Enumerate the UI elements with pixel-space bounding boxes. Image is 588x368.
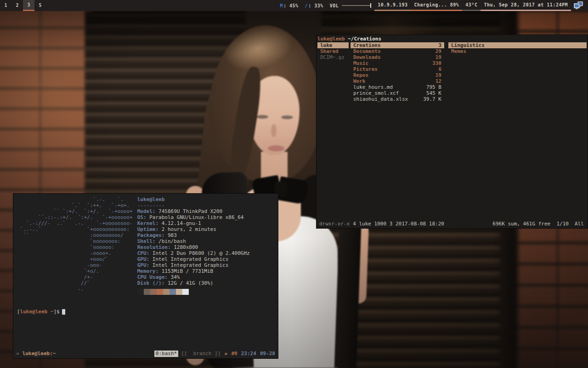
workspace-tag-2[interactable]: 2 [11, 0, 23, 11]
terminal-color-palette [137, 289, 250, 295]
file-row[interactable]: Downloads19 [351, 54, 444, 60]
tmux-left: »luke@leeb:~ [16, 351, 56, 357]
tmux-status-bar: »luke@leeb:~ 0:bash* [[ branch ]] » #0 2… [16, 351, 275, 357]
fetch-field: Resolution: 588x368 [137, 244, 250, 250]
file-size-or-count: 6 [438, 66, 441, 72]
file-size-or-count: 29 [435, 48, 441, 54]
volume-status: VOL [327, 0, 375, 11]
neofetch-separator: --------- [137, 202, 250, 208]
battery-value: Charging... 89% [414, 2, 459, 7]
ranger-status-bar: drwxr-xr-x4 luke 1000 3 2017-08-08 18:20… [319, 221, 584, 227]
volume-slider-handle[interactable] [370, 3, 371, 8]
preview-dir-item[interactable]: Memes [448, 48, 587, 54]
network-computers-icon[interactable] [574, 1, 583, 10]
file-size-or-count: 39.7 K [423, 96, 441, 102]
palette-swatch [144, 289, 150, 295]
file-owner-date: 4 luke 1000 3 2017-08-08 18:20 [353, 221, 444, 227]
file-row[interactable]: Pictures6 [351, 66, 444, 72]
workspace-tag-1[interactable]: 1 [0, 0, 11, 11]
temperature-status: 43°C [462, 0, 481, 11]
tmux-clock: 23:24 [241, 351, 256, 357]
neofetch-output: `.-. `. `.` `:++. `-+o+. `` `:+/. `:+/. … [13, 194, 278, 295]
file-row[interactable]: prince_smol.xcf545 K [351, 90, 444, 96]
file-size-or-count: 330 [432, 60, 441, 66]
file-size-or-count: 19 [435, 72, 441, 78]
disk-icon: / [305, 3, 308, 8]
ranger-preview-column: LinguisticsMemes [448, 42, 587, 54]
file-size-or-count: 3 [438, 42, 441, 48]
volume-slider[interactable] [342, 3, 371, 8]
file-name: Work [353, 78, 366, 84]
neofetch-fields: Model: 745869U ThinkPad X200OS: Parabola… [137, 208, 250, 286]
parent-dir-item[interactable]: Shared [317, 48, 349, 54]
ranger-status-right: 696K sum, 461G free 1/10 All [492, 221, 584, 227]
file-row[interactable]: luke_hours.md795 B [351, 84, 444, 90]
fetch-field: Uptime: 2 hours, 2 minutes [137, 226, 250, 232]
ranger-status-left: drwxr-xr-x4 luke 1000 3 2017-08-08 18:20 [319, 221, 444, 227]
neofetch-ascii: `.-. `. `.` `:++. `-+o+. `` `:+/. `:+/. … [17, 196, 133, 295]
disk-value: : 33% [308, 3, 323, 8]
memory-value: : 45% [283, 3, 299, 8]
file-row[interactable]: Music330 [351, 60, 444, 66]
file-row[interactable]: Creations3 [351, 42, 444, 48]
memory-status: M: 45% [277, 0, 301, 11]
neofetch-user-host: luke@leeb [137, 196, 250, 202]
file-name: Repos [353, 72, 368, 78]
file-row[interactable]: shiaohui_data.xlsx39.7 K [351, 96, 444, 102]
preview-dir-item[interactable]: Linguistics [448, 42, 587, 48]
terminal-cursor[interactable] [62, 309, 65, 315]
fetch-field: GPU: Intel Integrated Graphics [137, 256, 250, 262]
system-tray [571, 0, 586, 11]
shell-prompt[interactable]: [luke@leeb ~]$ [17, 309, 278, 315]
tmux-right: 0:bash* [[ branch ]] » #0 23:24 09-28 [154, 351, 275, 357]
parent-dir-item[interactable]: DCIM~.gz [317, 54, 349, 60]
workspace-tag-3[interactable]: 3 [23, 0, 34, 11]
prompt-bracket-open: [ [17, 309, 20, 315]
file-name: prince_smol.xcf [353, 90, 399, 96]
file-size-or-count: 12 [435, 78, 441, 84]
prompt-path: ~ [47, 309, 53, 315]
status-modules: M: 45% /: 33% VOL 10.9.9.193 Charging...… [277, 0, 586, 11]
fetch-field: CPU: Intel 2 Duo P8600 (2) @ 2.400GHz [137, 250, 250, 256]
palette-swatch [137, 289, 144, 295]
palette-swatch [182, 289, 189, 295]
ranger-main-column: Creations3Documents29Downloads19Music330… [351, 42, 444, 102]
fetch-field: CPU Usage: 34% [137, 274, 250, 280]
parent-dir-item[interactable]: luke [317, 42, 349, 48]
file-size-or-count: 19 [435, 54, 441, 60]
fetch-field: GPU: Intel Integrated Graphics [137, 262, 250, 268]
file-row[interactable]: Work12 [351, 78, 444, 84]
tmux-git-branch: [[ branch ]] [181, 351, 220, 357]
workspace-list: 1235 [0, 0, 46, 11]
workspace-tag-5[interactable]: 5 [34, 0, 46, 11]
tmux-date: 09-28 [260, 351, 275, 357]
file-row[interactable]: Documents29 [351, 48, 444, 54]
file-size-or-count: 795 B [426, 84, 441, 90]
datetime-value: Thu, Sep 28, 2017 at 11:24PM [484, 2, 568, 7]
datetime-status: Thu, Sep 28, 2017 at 11:24PM [481, 0, 571, 11]
file-name: shiaohui_data.xlsx [353, 96, 408, 102]
tmux-window-bash[interactable]: 0:bash* [154, 351, 178, 357]
file-permissions: drwxr-xr-x [319, 221, 350, 227]
fetch-field: Shell: /bin/bash [137, 238, 250, 244]
ranger-columns: lukeSharedDCIM~.gz Creations3Documents29… [317, 42, 588, 102]
file-row[interactable]: Repos19 [351, 72, 444, 78]
disk-status: /: 33% [302, 0, 327, 11]
terminal-window[interactable]: `.-. `. `.` `:++. `-+o+. `` `:+/. `:+/. … [13, 193, 278, 359]
file-name: Documents [353, 48, 381, 54]
temperature-value: 43°C [465, 2, 477, 7]
fetch-field: Packages: 983 [137, 232, 250, 238]
ranger-title: luke@leeb ~/Creations [317, 35, 588, 42]
fetch-field: Kernel: 4.12.14-gnu-1 [137, 220, 250, 226]
palette-swatch [176, 289, 182, 295]
ranger-parent-column: lukeSharedDCIM~.gz [317, 42, 349, 60]
ranger-title-path: ~/Creations [345, 36, 381, 42]
palette-swatch [170, 289, 176, 295]
battery-status: Charging... 89% [411, 0, 463, 11]
tmux-arrows-icon: » [224, 351, 227, 357]
palette-swatch [150, 289, 157, 295]
ranger-window[interactable]: luke@leeb ~/Creations lukeSharedDCIM~.gz… [316, 34, 588, 229]
file-name: Downloads [353, 54, 381, 60]
ip-address-status: 10.9.9.193 [374, 0, 411, 11]
fetch-field: OS: Parabola GNU/Linux-libre x86_64 [137, 214, 250, 220]
